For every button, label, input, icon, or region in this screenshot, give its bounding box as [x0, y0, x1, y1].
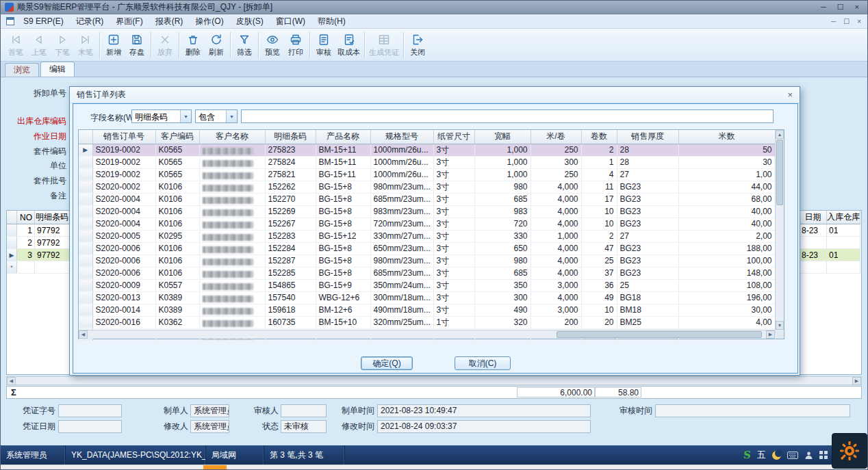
- toolbar-button-audit[interactable]: 审核: [312, 30, 335, 60]
- column-header[interactable]: 销售订单号: [92, 130, 155, 144]
- column-header[interactable]: 产品名称: [316, 130, 370, 144]
- wubi-mode-icon[interactable]: 五: [757, 449, 766, 461]
- grid-row[interactable]: S2019-0002K0565275824BM-15+111000mm/26u.…: [79, 156, 775, 168]
- child-restore-icon[interactable]: ☐: [843, 18, 850, 25]
- footer-field[interactable]: 系统管理员: [190, 404, 229, 417]
- scroll-down-icon[interactable]: ▼: [776, 321, 784, 330]
- ok-button[interactable]: 确定(Q): [361, 356, 413, 370]
- footer-field[interactable]: 系统管理员: [190, 420, 229, 433]
- dialog-title-bar[interactable]: 销售订单列表 ×: [70, 87, 800, 103]
- grid-row[interactable]: S2020-0006K0106152285BG-15+8685mm/23um..…: [79, 267, 775, 279]
- grid-row[interactable]: S2020-0004K0106152270BG-15+8685mm/23um..…: [79, 193, 775, 205]
- grid-row[interactable]: S2020-0006K0106152287BG-15+8980mm/23um..…: [79, 254, 775, 267]
- maximize-icon[interactable]: ☐: [837, 3, 844, 12]
- footer-field[interactable]: 2021-08-23 10:49:47: [377, 404, 591, 417]
- menu-item-2[interactable]: 界面(F): [110, 14, 149, 28]
- tab-browse[interactable]: 浏览: [5, 63, 39, 77]
- sogou-input-icon[interactable]: S: [743, 449, 752, 461]
- grid-row[interactable]: S2020-0006K0106152284BG-15+8650mm/23um..…: [79, 242, 775, 254]
- grid-row[interactable]: S2020-0004K0106152269BG-15+8983mm/23um..…: [79, 205, 775, 218]
- grid-row[interactable]: S2020-0002K0106152262BG-15+8980mm/23um..…: [79, 181, 775, 193]
- child-minimize-icon[interactable]: ─: [831, 18, 836, 25]
- grid-row[interactable]: ▶S2019-0002K0565275823BM-15+111000mm/26u…: [79, 144, 775, 156]
- scroll-right-icon[interactable]: ▶: [852, 377, 861, 385]
- menu-item-4[interactable]: 操作(O): [189, 14, 229, 28]
- grid-row[interactable]: S2019-0002K0565275821BG-15+111000mm/26u.…: [79, 168, 775, 181]
- hscroll-thumb[interactable]: [557, 331, 762, 338]
- cancel-button[interactable]: 取消(C): [455, 356, 511, 370]
- toolbar-button-refresh[interactable]: 刷新: [205, 30, 228, 60]
- detail-grid-hscrollbar[interactable]: ◀ ▶: [6, 376, 862, 385]
- scroll-up-icon[interactable]: ▲: [776, 130, 784, 139]
- toolbar-button-save[interactable]: 存盘: [125, 30, 149, 60]
- vscroll-thumb[interactable]: [776, 140, 783, 205]
- menu-item-5[interactable]: 皮肤(S): [230, 14, 270, 28]
- scroll-left-icon[interactable]: ◀: [79, 330, 88, 339]
- scroll-left-icon[interactable]: ◀: [7, 377, 16, 385]
- user-icon[interactable]: [804, 451, 813, 460]
- menu-item-0[interactable]: S9 ERP(E): [17, 14, 70, 28]
- toolbar-button-print[interactable]: 打印: [284, 30, 307, 60]
- column-header[interactable]: 米/卷: [531, 130, 581, 144]
- footer-field[interactable]: [58, 420, 122, 433]
- toolbar-button-preview[interactable]: 预览: [261, 30, 284, 60]
- column-header[interactable]: NO: [17, 211, 35, 224]
- grid-row[interactable]: S2020-0016K0362160735BM-15+10320mm/25um.…: [79, 316, 775, 328]
- chevron-down-icon[interactable]: ▼: [226, 110, 237, 122]
- toolbar-button-delete[interactable]: 删除: [181, 30, 205, 60]
- moon-icon[interactable]: [772, 451, 781, 460]
- detail-row[interactable]: [800, 237, 860, 249]
- detail-row[interactable]: [800, 261, 860, 274]
- footer-field[interactable]: [655, 404, 850, 417]
- scroll-right-icon[interactable]: ▶: [766, 330, 775, 339]
- column-header[interactable]: 明细条码: [35, 211, 70, 224]
- column-header[interactable]: 米数: [678, 130, 775, 144]
- filter-search-input[interactable]: [241, 109, 774, 123]
- child-close-icon[interactable]: ×: [857, 18, 861, 25]
- menu-item-3[interactable]: 报表(R): [149, 14, 190, 28]
- child-window-icon[interactable]: [6, 17, 14, 25]
- column-header[interactable]: 日期: [800, 211, 827, 224]
- menu-item-1[interactable]: 记录(R): [70, 14, 110, 28]
- column-header[interactable]: 宽幅: [474, 130, 531, 144]
- column-header[interactable]: 入库仓库: [827, 211, 860, 224]
- column-header[interactable]: 纸管尺寸: [433, 130, 474, 144]
- detail-row[interactable]: ▶397792: [7, 249, 70, 261]
- footer-field[interactable]: 2021-08-24 09:03:37: [377, 420, 591, 433]
- toolbar-button-close[interactable]: 关闭: [406, 30, 429, 60]
- column-header[interactable]: 卷数: [581, 130, 617, 144]
- detail-row[interactable]: 8-2301: [800, 224, 860, 237]
- detail-row[interactable]: 8-2301: [800, 249, 860, 261]
- dialog-close-icon[interactable]: ×: [787, 90, 793, 100]
- keyboard-icon[interactable]: [787, 452, 798, 459]
- column-header[interactable]: 客户编码: [155, 130, 199, 144]
- menu-grid-icon[interactable]: [819, 451, 828, 459]
- detail-row[interactable]: *: [7, 261, 70, 274]
- detail-row[interactable]: 197792: [7, 224, 70, 237]
- column-header[interactable]: 规格型号: [370, 130, 433, 144]
- grid-row[interactable]: S2020-0004K0106152267BG-15+8720mm/23um..…: [79, 218, 775, 230]
- toolbar-button-cost[interactable]: 取成本: [335, 30, 362, 60]
- assistant-widget[interactable]: [832, 433, 867, 469]
- chevron-down-icon[interactable]: ▼: [180, 110, 191, 122]
- filter-operator-select[interactable]: 包含 ▼: [195, 109, 238, 123]
- tab-edit[interactable]: 编辑: [40, 62, 75, 77]
- orders-grid-hscrollbar[interactable]: ◀ ▶: [79, 330, 775, 339]
- toolbar-button-add[interactable]: 新增: [102, 30, 125, 60]
- menu-item-6[interactable]: 窗口(W): [270, 14, 311, 28]
- grid-row[interactable]: S2020-0005K0295152283BG-15+12330mm/27um.…: [79, 230, 775, 242]
- grid-row[interactable]: S2020-0013K0389157540WBG-12+6300mm/18um.…: [79, 291, 775, 304]
- grid-row[interactable]: S2020-0014K0389159618BM-12+6490mm/18um..…: [79, 304, 775, 316]
- detail-row[interactable]: 297792: [7, 237, 70, 249]
- orders-grid-vscrollbar[interactable]: ▲ ▼: [775, 130, 784, 330]
- column-header[interactable]: 客户名称: [199, 130, 265, 144]
- toolbar-button-filter[interactable]: 筛选: [233, 30, 256, 60]
- column-header[interactable]: 销售厚度: [617, 130, 678, 144]
- footer-field[interactable]: [58, 404, 122, 417]
- column-header[interactable]: 明细条码: [265, 130, 316, 144]
- grid-row[interactable]: S2020-0009K0557154865BG-15+9350mm/24um..…: [79, 279, 775, 291]
- minimize-icon[interactable]: ─: [821, 3, 826, 12]
- close-icon[interactable]: ×: [855, 3, 859, 12]
- menu-item-7[interactable]: 帮助(H): [311, 14, 352, 28]
- filter-field-select[interactable]: 明细条码 ▼: [131, 109, 192, 123]
